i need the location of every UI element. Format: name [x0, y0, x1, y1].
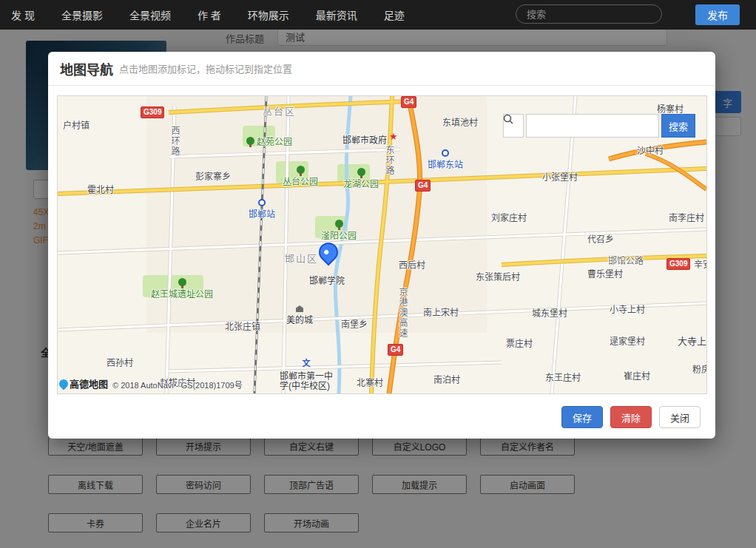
map-label: 刘家庄村 — [491, 211, 527, 223]
map-label: 西孙村 — [107, 356, 133, 368]
road-number-badge: G309 — [666, 258, 690, 270]
nav-menu-item[interactable]: 全景视频 — [129, 7, 171, 22]
map-poi-icon — [389, 132, 398, 142]
map-label: 辛安镇 — [694, 257, 707, 270]
map-label: 曹乐堡村 — [587, 267, 623, 280]
map-label: 邯郸东站 — [428, 149, 463, 170]
map-label: 龙湖公园 — [343, 168, 379, 189]
map-label: 小寺上村 — [610, 302, 645, 315]
map-label: 小张堡村 — [542, 170, 578, 183]
map-label: 彭家寨乡 — [195, 169, 231, 182]
map-copyright: © 2018 AutoNavi - GS(2018)1709号 — [112, 379, 243, 390]
map-label: 粉房乡 — [692, 362, 707, 375]
map-label: 东王庄村 — [545, 371, 581, 383]
map-poi-icon — [442, 149, 449, 157]
map-label: 赵苑公园 — [246, 135, 292, 147]
search-input[interactable] — [516, 4, 662, 24]
map-label: 京港澳高速 — [396, 287, 409, 339]
map-label: 户村镇 — [63, 118, 90, 131]
map-poi-icon — [296, 305, 303, 312]
road-number-badge: G4 — [388, 344, 403, 356]
map-dialog-footer: 保存 清除 关闭 — [48, 394, 715, 440]
map-label: 东张策后村 — [476, 270, 520, 283]
road-number-badge: G4 — [401, 96, 416, 108]
top-navbar: 发 现全景摄影全景视频作 者环物展示最新资讯足迹 发布 — [0, 0, 756, 30]
map-label: 逯家堡村 — [610, 334, 645, 347]
map-poi-icon — [357, 168, 365, 176]
map-label: 沙中村 — [637, 143, 664, 156]
map-search-button[interactable]: 搜索 — [661, 114, 695, 138]
save-button[interactable]: 保存 — [561, 406, 603, 428]
map-label: 北张庄镇 — [225, 319, 260, 332]
map-label: 学(中华校区) — [280, 379, 330, 391]
nav-menu-item[interactable]: 足迹 — [384, 7, 405, 22]
map-poi-icon — [246, 137, 254, 145]
nav-menu-item[interactable]: 全景摄影 — [61, 7, 103, 22]
publish-button[interactable]: 发布 — [695, 4, 740, 25]
page: 作品标题 45X2mGIF 全 天空/地面遮盖开场提示自定义右键自定义LOGO自… — [0, 0, 756, 548]
search-icon[interactable] — [503, 114, 524, 138]
map-label: 赵王城遗址公园 — [151, 278, 213, 300]
nav-menu-item[interactable]: 环物展示 — [248, 7, 289, 22]
map-label: 南堡乡 — [341, 317, 368, 330]
map-label: 美的城 — [286, 305, 313, 325]
map-dialog-header: 地图导航 点击地图添加标记，拖动标记到指定位置 — [48, 52, 715, 86]
map-label: 邯郸学院 — [309, 274, 345, 286]
map-poi-icon — [178, 278, 186, 286]
nav-menu-item[interactable]: 作 者 — [198, 7, 221, 22]
map-label: 票庄村 — [506, 336, 533, 349]
map-label: 南泊村 — [433, 373, 460, 385]
clear-button[interactable]: 清除 — [610, 406, 652, 428]
road-number-badge: G4 — [415, 180, 431, 192]
map-poi-icon — [335, 220, 343, 228]
map-dialog-body: G309G4G4G4G309 丛台区 邯山区 户村镇 东填池村 — [48, 86, 715, 394]
dialog-subtitle: 点击地图添加标记，拖动标记到指定位置 — [119, 61, 292, 75]
road-number-badge: G309 — [141, 106, 164, 118]
map-label: 东填池村 — [442, 115, 478, 128]
map-label: 东环路 — [383, 145, 396, 176]
amap-logo-icon — [58, 377, 70, 390]
map-label: 丛台公园 — [283, 166, 318, 187]
dialog-title: 地图导航 — [60, 59, 113, 78]
map-poi-icon — [303, 358, 311, 368]
map-canvas[interactable]: G309G4G4G4G309 丛台区 邯山区 户村镇 东填池村 — [57, 95, 707, 394]
map-poi-icon — [258, 199, 266, 206]
map-label: 邯山区 — [285, 251, 318, 265]
map-label: 北寨村 — [357, 376, 383, 388]
map-label: 南上宋村 — [423, 305, 459, 318]
map-label: 丛台区 — [263, 104, 296, 118]
map-label: 西后村 — [399, 258, 425, 271]
map-label: 霍北村 — [87, 183, 114, 195]
close-button[interactable]: 关闭 — [659, 406, 701, 428]
map-label: 邯郸站 — [249, 199, 275, 220]
map-label: 滏阳公园 — [321, 220, 357, 241]
map-label: 邯郸市政府 — [342, 133, 398, 146]
map-poi-icon — [297, 166, 305, 174]
map-label: 邯馆公路 — [608, 254, 644, 266]
map-label: 大寺上镇 — [678, 334, 707, 348]
map-label: 西环路 — [169, 126, 181, 157]
map-label: 南李庄村 — [669, 211, 704, 223]
map-dialog: 地图导航 点击地图添加标记，拖动标记到指定位置 — [48, 52, 715, 439]
map-search-bar: 搜索 — [503, 114, 695, 138]
nav-menu-item[interactable]: 发 现 — [11, 7, 35, 22]
amap-logo: 高德地图 — [59, 376, 108, 390]
nav-menu-item[interactable]: 最新资讯 — [316, 7, 357, 22]
map-search-input[interactable] — [526, 114, 659, 138]
map-label: 崔庄村 — [624, 369, 650, 382]
map-label: 代召乡 — [587, 232, 614, 245]
map-label: 杨寨村 — [657, 102, 684, 115]
map-attribution: 高德地图 © 2018 AutoNavi - GS(2018)1709号 — [59, 376, 243, 390]
map-label: 城东堡村 — [532, 306, 567, 319]
